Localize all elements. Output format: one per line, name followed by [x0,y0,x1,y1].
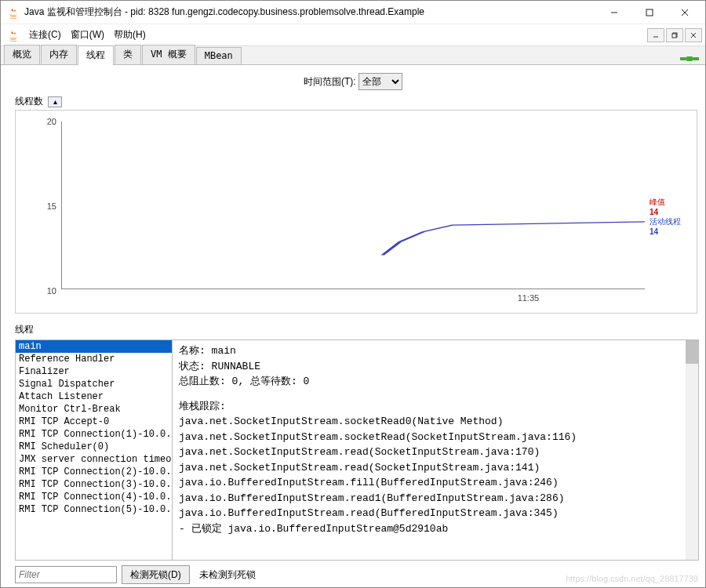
thread-list-item[interactable]: RMI TCP Connection(2)-10.0.75.1 [16,466,172,478]
thread-name: 名称: main [179,343,692,359]
thread-chart: 20 15 10 11:35 峰值 14 活动线程 14 [15,110,697,314]
stack-line: java.io.BufferedInputStream.read(Buffere… [179,506,692,521]
stack-trace: java.net.SocketInputStream.socketRead0(N… [179,414,692,536]
window-title: Java 监视和管理控制台 - pid: 8328 fun.gengzi.cod… [24,5,596,19]
thread-list-item[interactable]: JMX server connection timeout 16 [16,453,172,466]
thread-list-item[interactable]: main [16,340,172,353]
time-range-control: 时间范围(T): 全部 [1,65,705,93]
thread-list-item[interactable]: Finalizer [16,365,172,378]
detect-deadlock-button[interactable]: 检测死锁(D) [122,565,190,584]
close-button[interactable] [667,2,702,24]
java-icon [7,29,20,42]
tab-memory[interactable]: 内存 [41,45,77,64]
titlebar: Java 监视和管理控制台 - pid: 8328 fun.gengzi.cod… [1,1,705,24]
tab-threads[interactable]: 线程 [78,45,114,65]
ytick: 20 [47,117,56,126]
connection-icon [680,53,699,64]
maximize-button[interactable] [631,2,667,24]
tabbar: 概览 内存 线程 类 VM 概要 MBean [1,46,705,65]
thread-list-item[interactable]: RMI TCP Connection(3)-10.0.75.1 [16,478,172,491]
stack-line: java.io.BufferedInputStream.read1(Buffer… [179,491,692,506]
thread-list-item[interactable]: RMI TCP Connection(1)-10.0.75.1 [16,428,172,441]
tab-overview[interactable]: 概览 [4,45,40,64]
thread-count-label: 线程数 [15,95,43,108]
svg-rect-10 [693,57,699,60]
thread-list-item[interactable]: Attach Listener [16,390,172,403]
legend-peak-label: 峰值 [650,197,697,208]
ytick: 15 [47,201,56,211]
svg-rect-11 [686,56,693,61]
mdi-restore-button[interactable] [666,28,683,42]
stack-line: java.net.SocketInputStream.socketRead(So… [179,430,692,445]
threads-header: 线程 [15,320,699,339]
menubar: 连接(C) 窗口(W) 帮助(H) [1,24,705,46]
legend-live-label: 活动线程 [650,216,697,227]
menu-connect[interactable]: 连接(C) [24,25,66,45]
svg-rect-9 [680,57,686,60]
thread-list-item[interactable]: Signal Dispatcher [16,378,172,390]
mdi-close-button[interactable] [685,28,702,42]
java-icon [7,6,20,19]
menu-window[interactable]: 窗口(W) [66,25,109,45]
thread-chart-section: 线程数 ▴ 20 15 10 11:35 峰值 14 活动线程 14 [1,93,705,320]
stack-line: - 已锁定 java.io.BufferedInputStream@5d2910… [179,521,692,537]
thread-state: 状态: RUNNABLE [179,359,692,375]
thread-list-item[interactable]: RMI TCP Accept-0 [16,416,172,428]
legend-peak-value: 14 [650,208,697,216]
minimize-button[interactable] [596,2,631,24]
thread-list-item[interactable]: Reference Handler [16,353,172,365]
deadlock-status: 未检测到死锁 [195,568,256,582]
chart-yaxis: 20 15 10 [16,111,61,313]
menu-help[interactable]: 帮助(H) [109,25,151,45]
chart-collapse-button[interactable]: ▴ [48,96,62,107]
detail-scrollbar[interactable] [686,340,698,560]
chart-legend: 峰值 14 活动线程 14 [650,111,697,313]
chart-line [62,122,645,289]
stack-line: java.io.BufferedInputStream.fill(Buffere… [179,475,692,491]
stack-header: 堆栈跟踪: [179,399,692,415]
thread-list-item[interactable]: Monitor Ctrl-Break [16,403,172,416]
time-range-label: 时间范围(T): [304,76,356,87]
thread-list-item[interactable]: RMI TCP Connection(5)-10.0.75.1 [16,503,172,516]
stack-line: java.net.SocketInputStream.read(SocketIn… [179,460,692,476]
mdi-minimize-button[interactable] [647,28,664,42]
chart-plot: 11:35 [61,122,645,289]
threads-body: mainReference HandlerFinalizerSignal Dis… [15,339,699,561]
stack-line: java.net.SocketInputStream.read(SocketIn… [179,445,692,460]
svg-rect-1 [646,9,653,16]
thread-detail: 名称: main 状态: RUNNABLE 总阻止数: 0, 总等待数: 0 堆… [173,340,698,560]
filter-input[interactable] [15,566,117,583]
svg-rect-6 [672,34,676,38]
thread-list[interactable]: mainReference HandlerFinalizerSignal Dis… [16,340,173,560]
scroll-thumb[interactable] [686,340,698,364]
legend-live-value: 14 [650,227,697,236]
thread-list-item[interactable]: RMI Scheduler(0) [16,441,172,453]
tab-classes[interactable]: 类 [115,45,141,64]
xtick: 11:35 [518,293,540,303]
threads-section: 线程 mainReference HandlerFinalizerSignal … [1,320,705,588]
ytick: 10 [47,286,56,296]
stack-line: java.net.SocketInputStream.socketRead0(N… [179,414,692,430]
thread-list-item[interactable]: RMI TCP Connection(4)-10.0.75.1 [16,491,172,503]
tab-vm[interactable]: VM 概要 [142,45,195,64]
threads-bottom-bar: 检测死锁(D) 未检测到死锁 [15,561,699,584]
time-range-select[interactable]: 全部 [358,73,402,90]
tab-mbean[interactable]: MBean [196,47,242,64]
thread-blocked: 总阻止数: 0, 总等待数: 0 [179,374,692,390]
